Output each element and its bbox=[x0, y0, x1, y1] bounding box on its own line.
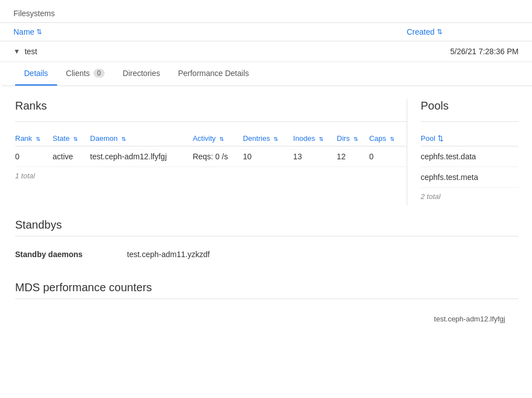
breadcrumb: Filesystems bbox=[0, 0, 532, 22]
rank-col-label: Rank bbox=[15, 134, 32, 143]
tab-performance-details-label: Performance Details bbox=[178, 69, 249, 78]
filesystem-name: test bbox=[25, 47, 407, 56]
filesystem-row[interactable]: ▼ test 5/26/21 7:28:36 PM bbox=[0, 41, 532, 62]
row-chevron-icon: ▼ bbox=[13, 48, 20, 55]
caps-col-label: Caps bbox=[369, 134, 386, 143]
pools-title: Pools bbox=[421, 100, 519, 112]
table-row: cephfs.test.meta bbox=[421, 167, 519, 188]
daemon-col-header[interactable]: Daemon ⇅ bbox=[90, 131, 192, 146]
tab-clients[interactable]: Clients 0 bbox=[57, 62, 114, 86]
table-row: 0 active test.ceph-adm12.lfyfgj Reqs: 0 … bbox=[15, 146, 407, 167]
pool-cell-0: cephfs.test.data bbox=[421, 146, 519, 167]
pools-total: 2 total bbox=[421, 188, 519, 205]
standbys-section: Standbys Standby daemons test.ceph-adm11… bbox=[2, 205, 532, 268]
tab-details[interactable]: Details bbox=[15, 62, 57, 86]
dentries-col-label: Dentries bbox=[243, 134, 270, 143]
detail-panel: Details Clients 0 Directories Performanc… bbox=[0, 62, 532, 328]
pools-table: Pool ⇅ cephfs.test.data cephfs.test.meta bbox=[421, 131, 519, 188]
inodes-sort-icon: ⇅ bbox=[319, 136, 323, 142]
tab-directories[interactable]: Directories bbox=[114, 62, 169, 86]
dentries-col-header[interactable]: Dentries ⇅ bbox=[243, 131, 293, 146]
table-row: cephfs.test.data bbox=[421, 146, 519, 167]
created-sort-icon: ⇅ bbox=[437, 28, 442, 36]
state-col-label: State bbox=[53, 134, 69, 143]
ranks-pools-layout: Ranks Rank ⇅ State ⇅ bbox=[15, 100, 519, 205]
daemon-col-label: Daemon bbox=[90, 134, 117, 143]
dirs-sort-icon: ⇅ bbox=[354, 136, 358, 142]
dirs-col-header[interactable]: Dirs ⇅ bbox=[337, 131, 369, 146]
pool-sort-icon: ⇅ bbox=[437, 134, 444, 143]
ranks-title: Ranks bbox=[15, 100, 407, 112]
name-sort-icon: ⇅ bbox=[36, 28, 42, 36]
standbys-row: Standby daemons test.ceph-adm11.yzkzdf bbox=[15, 248, 519, 268]
tab-performance-details[interactable]: Performance Details bbox=[169, 62, 258, 86]
pools-divider bbox=[421, 121, 519, 122]
rank-col-header[interactable]: Rank ⇅ bbox=[15, 131, 53, 146]
created-column-header[interactable]: Created ⇅ bbox=[407, 27, 519, 36]
dentries-sort-icon: ⇅ bbox=[274, 136, 278, 142]
pool-cell-1: cephfs.test.meta bbox=[421, 167, 519, 188]
filesystem-created: 5/26/21 7:28:36 PM bbox=[407, 47, 519, 56]
pool-col-header[interactable]: Pool ⇅ bbox=[421, 131, 519, 146]
name-column-header[interactable]: Name ⇅ bbox=[13, 27, 407, 36]
tab-clients-label: Clients bbox=[66, 69, 90, 78]
caps-cell: 0 bbox=[369, 146, 407, 167]
state-cell: active bbox=[53, 146, 90, 167]
ranks-table-header-row: Rank ⇅ State ⇅ Daemon ⇅ bbox=[15, 131, 407, 146]
breadcrumb-text: Filesystems bbox=[13, 9, 55, 18]
mds-title: MDS performance counters bbox=[15, 281, 519, 294]
caps-sort-icon: ⇅ bbox=[390, 136, 394, 142]
tabs-bar: Details Clients 0 Directories Performanc… bbox=[2, 62, 532, 86]
standbys-value: test.ceph-adm11.yzkzdf bbox=[127, 250, 210, 259]
mds-daemon-label: test.ceph-adm12.lfyfgj bbox=[15, 310, 519, 328]
standbys-title: Standbys bbox=[15, 219, 519, 231]
ranks-table: Rank ⇅ State ⇅ Daemon ⇅ bbox=[15, 131, 407, 167]
pools-section: Pools Pool ⇅ cephfs.test.data bbox=[407, 100, 519, 205]
dirs-col-label: Dirs bbox=[337, 134, 350, 143]
name-column-label: Name bbox=[13, 27, 34, 36]
rank-cell: 0 bbox=[15, 146, 53, 167]
filesystems-table-header: Name ⇅ Created ⇅ bbox=[0, 22, 532, 41]
daemon-cell: test.ceph-adm12.lfyfgj bbox=[90, 146, 192, 167]
ranks-section: Ranks Rank ⇅ State ⇅ bbox=[15, 100, 407, 205]
mds-section: MDS performance counters test.ceph-adm12… bbox=[2, 268, 532, 328]
caps-col-header[interactable]: Caps ⇅ bbox=[369, 131, 407, 146]
state-col-header[interactable]: State ⇅ bbox=[53, 131, 90, 146]
pools-table-header-row: Pool ⇅ bbox=[421, 131, 519, 146]
tab-directories-label: Directories bbox=[123, 69, 160, 78]
created-column-label: Created bbox=[407, 27, 435, 36]
activity-cell: Reqs: 0 /s bbox=[192, 146, 243, 167]
activity-sort-icon: ⇅ bbox=[219, 136, 224, 142]
rank-sort-icon: ⇅ bbox=[36, 136, 40, 142]
inodes-cell: 13 bbox=[293, 146, 337, 167]
dentries-cell: 10 bbox=[243, 146, 293, 167]
activity-col-label: Activity bbox=[192, 134, 215, 143]
standbys-divider bbox=[15, 236, 519, 236]
ranks-divider bbox=[15, 121, 407, 122]
daemon-sort-icon: ⇅ bbox=[121, 136, 126, 142]
inodes-col-label: Inodes bbox=[293, 134, 315, 143]
ranks-total: 1 total bbox=[15, 167, 407, 184]
tab-details-label: Details bbox=[24, 69, 48, 78]
pool-col-label: Pool bbox=[421, 134, 435, 143]
activity-col-header[interactable]: Activity ⇅ bbox=[192, 131, 243, 146]
mds-divider bbox=[15, 298, 519, 299]
standbys-label: Standby daemons bbox=[15, 250, 127, 259]
state-sort-icon: ⇅ bbox=[73, 136, 78, 142]
dirs-cell: 12 bbox=[337, 146, 369, 167]
ranks-pools-section: Ranks Rank ⇅ State ⇅ bbox=[2, 86, 532, 205]
inodes-col-header[interactable]: Inodes ⇅ bbox=[293, 131, 337, 146]
tab-clients-badge: 0 bbox=[93, 69, 105, 78]
